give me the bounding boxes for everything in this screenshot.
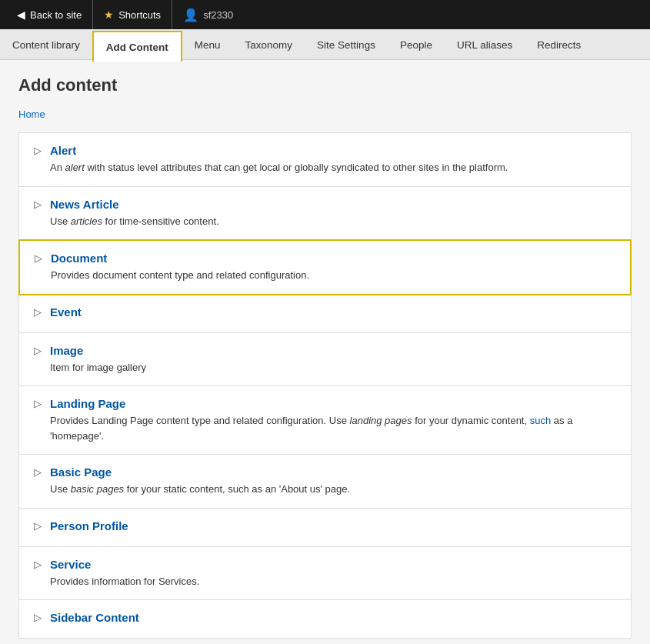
nav-taxonomy[interactable]: Taxonomy [233, 29, 305, 60]
content-type-event-title[interactable]: Event [50, 305, 82, 319]
content-type-basic-page: ▷ Basic Page Use basic pages for your st… [19, 455, 631, 509]
content-type-image-title[interactable]: Image [50, 344, 83, 357]
shortcuts-label: Shortcuts [118, 9, 161, 21]
nav-bar: Content library Add Content Menu Taxonom… [0, 29, 650, 60]
content-type-landing-page-title[interactable]: Landing Page [50, 397, 125, 410]
content-type-news-article-title[interactable]: News Article [50, 198, 118, 211]
user-icon: 👤 [183, 8, 198, 22]
back-label: Back to site [30, 9, 82, 21]
content-type-landing-page: ▷ Landing Page Provides Landing Page con… [19, 386, 631, 455]
arrow-icon: ▷ [32, 305, 44, 318]
nav-menu[interactable]: Menu [182, 29, 233, 60]
content-type-alert: ▷ Alert An alert with status level attri… [19, 133, 631, 187]
content-type-person-profile-header: ▷ Person Profile [32, 519, 618, 532]
content-type-person-profile-title[interactable]: Person Profile [50, 519, 128, 532]
content-type-landing-page-desc: Provides Landing Page content type and r… [32, 413, 618, 443]
content-type-alert-header: ▷ Alert [32, 144, 618, 157]
content-type-basic-page-header: ▷ Basic Page [32, 465, 618, 479]
content-type-news-article-header: ▷ News Article [32, 198, 618, 211]
content-type-list: ▷ Alert An alert with status level attri… [18, 132, 632, 639]
nav-content-library[interactable]: Content library [0, 29, 92, 60]
arrow-icon: ▷ [32, 344, 44, 356]
page-content: Add content Home ▷ Alert An alert with s… [0, 60, 650, 644]
back-icon: ◀ [17, 8, 25, 21]
content-type-sidebar-content-title[interactable]: Sidebar Content [50, 611, 139, 624]
breadcrumb-home[interactable]: Home [18, 108, 45, 120]
content-type-document: ▷ Document Provides document content typ… [18, 239, 632, 295]
content-type-news-article: ▷ News Article Use articles for time-sen… [19, 187, 631, 241]
arrow-icon: ▷ [32, 466, 44, 479]
breadcrumb: Home [18, 108, 632, 120]
page-title: Add content [18, 75, 632, 95]
content-type-document-desc: Provides document content type and relat… [32, 268, 618, 283]
content-type-sidebar-content-header: ▷ Sidebar Content [32, 611, 618, 624]
arrow-icon: ▷ [32, 145, 44, 157]
arrow-icon: ▷ [32, 398, 44, 410]
nav-people[interactable]: People [388, 29, 445, 60]
content-type-service-desc: Provides information for Services. [32, 574, 618, 589]
content-type-service-header: ▷ Service [32, 558, 618, 571]
content-type-news-article-desc: Use articles for time-sensitive content. [32, 214, 618, 229]
arrow-icon: ▷ [32, 558, 44, 570]
content-type-document-title[interactable]: Document [51, 252, 107, 265]
content-type-image-header: ▷ Image [32, 344, 618, 357]
top-bar: ◀ Back to site ★ Shortcuts 👤 sf2330 [0, 0, 650, 29]
user-label: sf2330 [203, 9, 233, 21]
arrow-icon: ▷ [32, 612, 44, 624]
shortcuts-button[interactable]: ★ Shortcuts [93, 0, 172, 29]
content-type-image: ▷ Image Item for image gallery [19, 333, 631, 387]
star-icon: ★ [104, 8, 114, 21]
content-type-landing-page-header: ▷ Landing Page [32, 397, 618, 410]
content-type-basic-page-title[interactable]: Basic Page [50, 465, 112, 479]
arrow-icon: ▷ [32, 519, 44, 532]
content-type-basic-page-desc: Use basic pages for your static content,… [32, 482, 618, 497]
content-type-alert-title[interactable]: Alert [50, 144, 76, 157]
nav-add-content[interactable]: Add Content [92, 31, 182, 62]
content-type-service: ▷ Service Provides information for Servi… [19, 547, 631, 601]
back-to-site-button[interactable]: ◀ Back to site [6, 0, 93, 29]
arrow-icon: ▷ [32, 252, 45, 265]
user-menu[interactable]: 👤 sf2330 [172, 0, 244, 29]
arrow-icon: ▷ [32, 198, 44, 210]
content-type-sidebar-content: ▷ Sidebar Content [19, 600, 631, 638]
content-type-alert-desc: An alert with status level attributes th… [32, 160, 618, 175]
content-type-event: ▷ Event [19, 295, 631, 333]
nav-redirects[interactable]: Redirects [525, 29, 593, 60]
content-type-event-header: ▷ Event [32, 305, 618, 319]
content-type-person-profile: ▷ Person Profile [19, 509, 631, 547]
nav-url-aliases[interactable]: URL aliases [445, 29, 525, 60]
content-type-image-desc: Item for image gallery [32, 360, 618, 375]
content-type-document-header: ▷ Document [32, 252, 618, 265]
nav-site-settings[interactable]: Site Settings [305, 29, 388, 60]
content-type-service-title[interactable]: Service [50, 558, 91, 571]
